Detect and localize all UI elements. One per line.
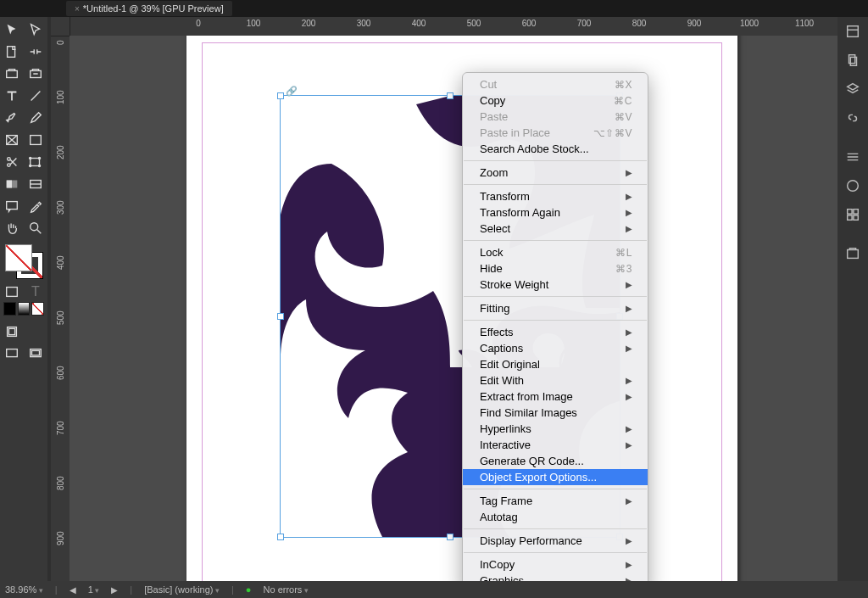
pencil-tool[interactable] (24, 107, 47, 129)
free-transform-tool[interactable] (24, 151, 47, 173)
menu-item-effects[interactable]: Effects▶ (463, 324, 648, 340)
hand-tool[interactable] (0, 217, 24, 239)
gradient-swatch-tool[interactable] (0, 173, 24, 195)
menu-item-object-export-options[interactable]: Object Export Options... (463, 469, 648, 485)
page-number[interactable]: 1 (88, 584, 100, 595)
paragraph-style-status[interactable]: [Basic] (working) (144, 584, 220, 595)
menu-item-copy[interactable]: Copy⌘C (463, 92, 648, 109)
svg-rect-31 (848, 215, 852, 220)
content-placer-tool[interactable] (24, 63, 47, 85)
layers-panel-icon[interactable] (837, 75, 868, 103)
svg-rect-30 (854, 210, 858, 214)
svg-rect-32 (854, 215, 858, 220)
cc-libraries-panel-icon[interactable] (837, 239, 868, 268)
page-tool[interactable] (0, 41, 24, 63)
type-tool[interactable] (0, 85, 24, 107)
pen-tool[interactable] (0, 107, 24, 129)
eyedropper-tool[interactable] (24, 195, 47, 217)
rectangle-frame-tool[interactable] (0, 129, 24, 151)
menu-item-search-adobe-stock[interactable]: Search Adobe Stock... (463, 141, 648, 157)
stroke-panel-icon[interactable] (837, 143, 868, 171)
svg-rect-17 (7, 288, 18, 297)
properties-panel-icon[interactable] (837, 17, 868, 46)
svg-rect-19 (8, 328, 14, 334)
menu-item-transform-again[interactable]: Transform Again▶ (463, 204, 648, 221)
direct-selection-tool[interactable] (24, 19, 47, 41)
fill-stroke-swatch[interactable] (5, 244, 42, 278)
menu-item-transform[interactable]: Transform▶ (463, 188, 648, 204)
menu-item-edit-original[interactable]: Edit Original (463, 356, 648, 372)
color-panel-icon[interactable] (837, 171, 868, 200)
pages-panel-icon[interactable] (837, 46, 868, 75)
page-nav-next-icon[interactable]: ▶ (111, 585, 118, 595)
screen-mode-alt-icon[interactable] (24, 343, 47, 365)
svg-rect-29 (848, 210, 852, 214)
resize-handle[interactable] (447, 92, 453, 99)
screen-mode-icon[interactable] (0, 343, 24, 365)
menu-item-hyperlinks[interactable]: Hyperlinks▶ (463, 421, 648, 437)
svg-rect-7 (31, 159, 40, 166)
menu-item-autotag[interactable]: Autotag (463, 509, 648, 525)
zoom-tool[interactable] (24, 217, 47, 239)
svg-point-9 (38, 157, 40, 159)
menu-item-generate-qr-code[interactable]: Generate QR Code... (463, 453, 648, 469)
view-mode-normal-icon[interactable] (0, 321, 24, 343)
menu-item-display-performance[interactable]: Display Performance▶ (463, 533, 648, 549)
rectangle-tool[interactable] (24, 129, 47, 151)
menu-item-incopy[interactable]: InCopy▶ (463, 556, 648, 573)
menu-item-paste: Paste⌘V (463, 109, 648, 125)
links-panel-icon[interactable] (837, 103, 868, 132)
resize-handle[interactable] (277, 534, 284, 540)
svg-rect-25 (848, 26, 859, 37)
resize-handle[interactable] (277, 313, 284, 320)
line-tool[interactable] (24, 85, 47, 107)
formatting-container-icon[interactable] (0, 283, 24, 300)
menu-item-tag-frame[interactable]: Tag Frame▶ (463, 493, 648, 509)
vertical-ruler[interactable]: 010020030040050060070080090010001100 (51, 36, 70, 581)
svg-point-5 (8, 158, 11, 161)
menu-item-captions[interactable]: Captions▶ (463, 340, 648, 356)
note-tool[interactable] (0, 195, 24, 217)
resize-handle[interactable] (447, 534, 453, 540)
menu-item-lock[interactable]: Lock⌘L (463, 244, 648, 260)
gap-tool[interactable] (24, 41, 47, 63)
fill-swatch[interactable] (5, 244, 32, 271)
page-nav-prev-icon[interactable]: ◀ (70, 585, 76, 595)
swatches-panel-icon[interactable] (837, 200, 868, 229)
menu-item-interactive[interactable]: Interactive▶ (463, 437, 648, 453)
document-tab[interactable]: × *Untitled-1 @ 39% [GPU Preview] (66, 1, 232, 16)
selection-tool[interactable] (0, 19, 24, 41)
content-collector-tool[interactable] (0, 63, 24, 85)
menu-item-paste-in-place: Paste in Place⌥⇧⌘V (463, 125, 648, 141)
ruler-origin[interactable] (51, 17, 70, 36)
preflight-status[interactable]: No errors (264, 584, 309, 595)
gradient-feather-tool[interactable] (24, 173, 47, 195)
zoom-level[interactable]: 38.96% (5, 584, 43, 595)
menu-item-zoom[interactable]: Zoom▶ (463, 165, 648, 181)
default-swatches[interactable] (0, 300, 47, 317)
menu-item-fitting[interactable]: Fitting▶ (463, 300, 648, 316)
formatting-text-icon[interactable]: T (24, 283, 47, 300)
horizontal-ruler[interactable]: 0100200300400500600700800900100011001200… (51, 17, 868, 36)
menu-item-stroke-weight[interactable]: Stroke Weight▶ (463, 277, 648, 293)
svg-point-16 (31, 223, 38, 231)
svg-point-28 (848, 181, 859, 192)
menu-item-select[interactable]: Select▶ (463, 221, 648, 237)
right-panel-rail (837, 17, 868, 581)
menu-item-edit-with[interactable]: Edit With▶ (463, 372, 648, 388)
resize-handle[interactable] (277, 92, 284, 99)
close-tab-icon[interactable]: × (75, 4, 80, 14)
menu-item-find-similar-images[interactable]: Find Similar Images (463, 405, 648, 421)
apply-color-icon[interactable] (3, 302, 16, 316)
svg-rect-4 (31, 136, 42, 145)
scissors-tool[interactable] (0, 151, 24, 173)
apply-none-icon[interactable] (31, 302, 44, 316)
menu-item-hide[interactable]: Hide⌘3 (463, 260, 648, 277)
svg-rect-13 (7, 181, 12, 188)
menu-item-extract-from-image[interactable]: Extract from Image▶ (463, 388, 648, 405)
tool-panel: T (0, 17, 47, 598)
svg-point-8 (30, 157, 31, 159)
apply-gradient-icon[interactable] (18, 302, 31, 316)
svg-rect-15 (7, 202, 18, 210)
preflight-status-icon: ● (246, 584, 252, 595)
